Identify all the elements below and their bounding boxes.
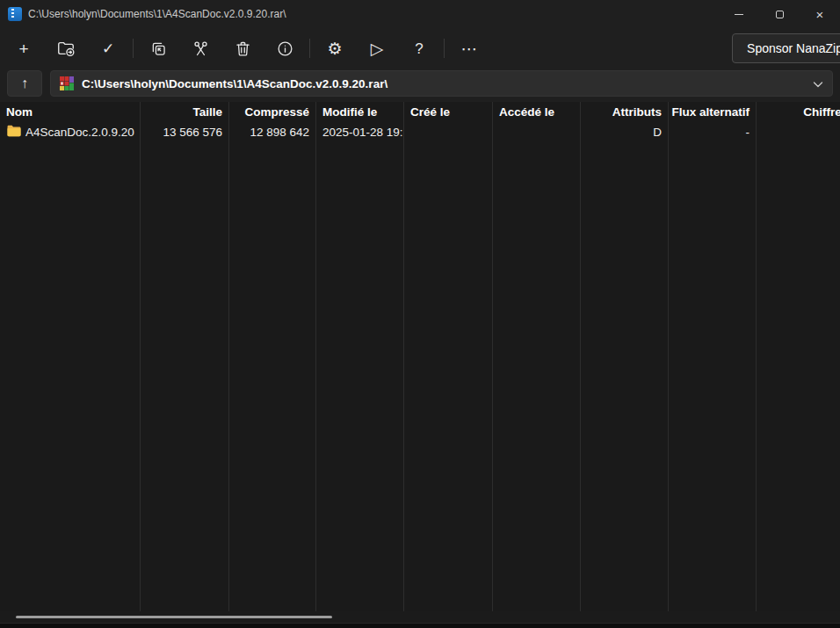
folder-icon [7, 125, 21, 140]
options-button[interactable]: ⚙ [317, 33, 352, 63]
more-button[interactable]: ⋯ [452, 33, 487, 63]
up-arrow-icon: ↑ [21, 76, 28, 91]
file-row-accessed [493, 122, 580, 142]
column-header-flux-alternatif[interactable]: Flux alternatif [669, 102, 756, 122]
file-row-name[interactable]: A4ScanDoc.2.0.9.20 [0, 122, 140, 142]
file-row-created [404, 122, 492, 142]
extract-button[interactable] [48, 33, 83, 63]
file-row-alt-stream: - [669, 122, 756, 142]
chevron-down-icon[interactable] [813, 76, 823, 91]
up-directory-button[interactable]: ↑ [7, 70, 42, 97]
minimize-icon [735, 14, 743, 15]
column-taille: Taille 13 566 576 [141, 102, 229, 611]
scissors-icon [192, 40, 210, 58]
column-attributs: Attributs D [581, 102, 669, 611]
column-header-cree-le[interactable]: Créé le [404, 102, 492, 122]
column-flux-alternatif: Flux alternatif - [669, 102, 757, 611]
toolbar-separator [133, 39, 134, 58]
column-header-taille[interactable]: Taille [141, 102, 228, 122]
file-row-attributes: D [581, 122, 668, 142]
column-header-nom[interactable]: Nom [0, 102, 140, 122]
maximize-icon [776, 11, 784, 18]
caption-buttons: × [719, 0, 840, 28]
minimize-button[interactable] [719, 0, 759, 28]
address-bar: ↑ C:\Users\holyn\Documents\1\A4ScanDoc.v… [0, 69, 840, 102]
info-icon [276, 40, 294, 58]
toolbar-separator [444, 39, 445, 58]
move-button[interactable] [183, 33, 218, 63]
column-compresse: Compressé 12 898 642 [229, 102, 316, 611]
app-zip-icon [8, 7, 22, 21]
column-header-chiffrer[interactable]: Chiffrer [757, 102, 840, 122]
column-cree-le: Créé le [404, 102, 493, 611]
play-icon: ▷ [371, 40, 384, 57]
titlebar: C:\Users\holyn\Documents\1\A4ScanDoc.v2.… [0, 0, 840, 28]
file-row-encrypted: - [757, 122, 840, 142]
run-button[interactable]: ▷ [359, 33, 395, 63]
column-modifie-le: Modifié le 2025-01-28 19:… [316, 102, 404, 611]
help-button[interactable]: ? [402, 33, 437, 63]
checkmark-icon: ✓ [102, 41, 114, 56]
ellipsis-icon: ⋯ [461, 40, 478, 57]
address-path: C:\Users\holyn\Documents\1\A4ScanDoc.v2.… [82, 77, 805, 90]
info-button[interactable] [267, 33, 302, 63]
file-list: Nom A4ScanDoc.2.0.9.20 Taille 13 566 576… [0, 102, 840, 611]
extract-folder-icon [56, 39, 76, 58]
file-row-size: 13 566 576 [141, 122, 228, 142]
file-name-label: A4ScanDoc.2.0.9.20 [25, 126, 134, 139]
column-header-modifie-le[interactable]: Modifié le [316, 102, 403, 122]
delete-button[interactable] [225, 33, 260, 63]
copy-button[interactable] [141, 33, 176, 63]
copy-icon [149, 40, 168, 58]
rar-archive-icon [60, 76, 74, 90]
column-header-compresse[interactable]: Compressé [229, 102, 315, 122]
sponsor-label: Sponsor NanaZip [747, 41, 840, 55]
column-header-accede-le[interactable]: Accédé le [493, 102, 580, 122]
path-combobox[interactable]: C:\Users\holyn\Documents\1\A4ScanDoc.v2.… [50, 70, 833, 97]
nanazip-window: C:\Users\holyn\Documents\1\A4ScanDoc.v2.… [0, 0, 840, 628]
column-nom: Nom A4ScanDoc.2.0.9.20 [0, 102, 141, 611]
window-title: C:\Users\holyn\Documents\1\A4ScanDoc.v2.… [28, 8, 286, 20]
window-bottom-edge [0, 623, 840, 628]
file-row-packed-size: 12 898 642 [229, 122, 315, 142]
test-button[interactable]: ✓ [91, 33, 126, 63]
column-chiffrer: Chiffrer - [757, 102, 840, 611]
close-icon: × [816, 8, 824, 21]
maximize-button[interactable] [759, 0, 800, 28]
horizontal-scrollbar-thumb[interactable] [16, 616, 332, 618]
file-row-modified: 2025-01-28 19:… [316, 122, 403, 142]
horizontal-scrollbar[interactable] [0, 611, 840, 623]
trash-icon [234, 40, 252, 58]
add-button[interactable]: + [6, 33, 41, 63]
gear-icon: ⚙ [327, 40, 342, 57]
question-icon: ? [415, 41, 423, 56]
column-header-attributs[interactable]: Attributs [581, 102, 668, 122]
close-button[interactable]: × [800, 0, 840, 28]
sponsor-nanazip-button[interactable]: Sponsor NanaZip [732, 33, 840, 63]
toolbar: + ✓ [0, 28, 840, 69]
toolbar-separator [309, 39, 310, 58]
column-accede-le: Accédé le [493, 102, 581, 611]
plus-icon: + [18, 40, 28, 57]
